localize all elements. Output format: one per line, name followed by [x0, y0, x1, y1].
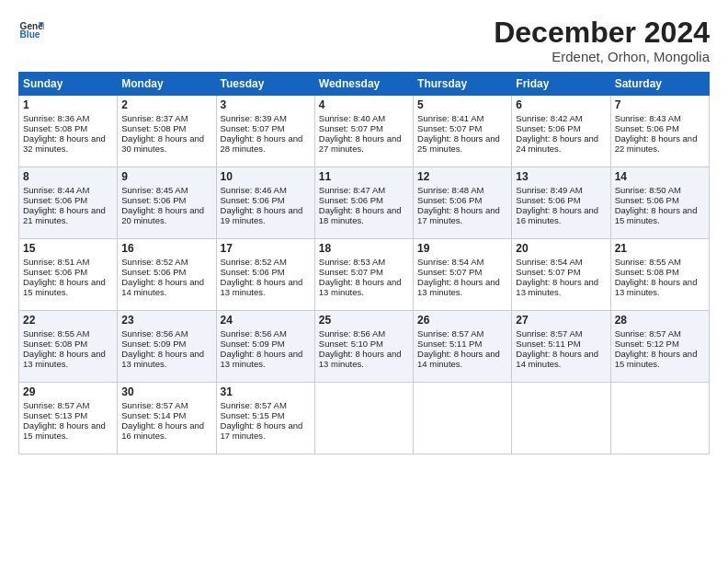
- daylight-text: Daylight: 8 hours and 14 minutes.: [417, 349, 500, 369]
- sunset-text: Sunset: 5:09 PM: [121, 339, 186, 349]
- sunset-text: Sunset: 5:06 PM: [516, 195, 580, 205]
- col-friday: Friday: [512, 73, 610, 96]
- sunrise-text: Sunrise: 8:57 AM: [23, 400, 89, 410]
- table-row: 23Sunrise: 8:56 AMSunset: 5:09 PMDayligh…: [118, 311, 216, 383]
- sunrise-text: Sunrise: 8:57 AM: [221, 400, 287, 410]
- day-number: 13: [516, 170, 606, 183]
- daylight-text: Daylight: 8 hours and 14 minutes.: [121, 277, 204, 297]
- day-number: 9: [121, 170, 211, 183]
- daylight-text: Daylight: 8 hours and 16 minutes.: [121, 420, 204, 441]
- table-row: 8Sunrise: 8:44 AMSunset: 5:06 PMDaylight…: [19, 167, 118, 239]
- sunset-text: Sunset: 5:07 PM: [319, 267, 383, 277]
- sunset-text: Sunset: 5:10 PM: [319, 339, 383, 349]
- daylight-text: Daylight: 8 hours and 13 minutes.: [417, 277, 500, 297]
- sunset-text: Sunset: 5:15 PM: [221, 410, 285, 420]
- daylight-text: Daylight: 8 hours and 17 minutes.: [417, 205, 500, 225]
- daylight-text: Daylight: 8 hours and 17 minutes.: [221, 420, 303, 441]
- sunrise-text: Sunrise: 8:56 AM: [319, 328, 385, 339]
- sunset-text: Sunset: 5:06 PM: [319, 195, 383, 205]
- table-row: 12Sunrise: 8:48 AMSunset: 5:06 PMDayligh…: [414, 167, 512, 239]
- daylight-text: Daylight: 8 hours and 18 minutes.: [319, 205, 402, 225]
- daylight-text: Daylight: 8 hours and 15 minutes.: [615, 205, 698, 225]
- day-number: 1: [23, 98, 113, 111]
- col-monday: Monday: [118, 73, 216, 96]
- sunset-text: Sunset: 5:06 PM: [516, 123, 580, 133]
- sunset-text: Sunset: 5:06 PM: [221, 195, 285, 205]
- sunset-text: Sunset: 5:07 PM: [516, 267, 580, 277]
- table-row: 19Sunrise: 8:54 AMSunset: 5:07 PMDayligh…: [414, 239, 512, 311]
- sunrise-text: Sunrise: 8:37 AM: [121, 113, 188, 123]
- day-number: 5: [417, 98, 507, 111]
- logo-icon: General Blue: [18, 17, 44, 42]
- sunrise-text: Sunrise: 8:54 AM: [417, 257, 483, 267]
- sunset-text: Sunset: 5:06 PM: [615, 123, 679, 133]
- daylight-text: Daylight: 8 hours and 28 minutes.: [221, 133, 303, 154]
- table-row: [512, 383, 610, 454]
- logo: General Blue: [18, 17, 44, 42]
- day-number: 30: [121, 385, 211, 398]
- table-row: 30Sunrise: 8:57 AMSunset: 5:14 PMDayligh…: [118, 383, 216, 454]
- table-row: 21Sunrise: 8:55 AMSunset: 5:08 PMDayligh…: [610, 239, 709, 311]
- day-number: 19: [417, 242, 507, 255]
- day-number: 11: [319, 170, 409, 183]
- sunrise-text: Sunrise: 8:42 AM: [516, 113, 582, 123]
- day-number: 20: [516, 242, 606, 255]
- day-number: 27: [516, 314, 606, 327]
- week-row: 1Sunrise: 8:36 AMSunset: 5:08 PMDaylight…: [19, 96, 710, 167]
- day-number: 22: [23, 314, 113, 327]
- daylight-text: Daylight: 8 hours and 15 minutes.: [23, 420, 106, 441]
- sunset-text: Sunset: 5:12 PM: [615, 339, 679, 349]
- daylight-text: Daylight: 8 hours and 22 minutes.: [615, 133, 698, 154]
- sunset-text: Sunset: 5:13 PM: [23, 410, 87, 420]
- sunset-text: Sunset: 5:09 PM: [221, 339, 285, 349]
- sunrise-text: Sunrise: 8:36 AM: [23, 113, 89, 123]
- sunrise-text: Sunrise: 8:57 AM: [417, 328, 483, 339]
- day-number: 21: [615, 242, 705, 255]
- daylight-text: Daylight: 8 hours and 30 minutes.: [121, 133, 204, 154]
- table-row: [414, 383, 512, 454]
- sunrise-text: Sunrise: 8:39 AM: [221, 113, 287, 123]
- sunrise-text: Sunrise: 8:52 AM: [221, 257, 287, 267]
- sunrise-text: Sunrise: 8:56 AM: [221, 328, 287, 339]
- title-block: December 2024 Erdenet, Orhon, Mongolia: [494, 17, 710, 64]
- daylight-text: Daylight: 8 hours and 21 minutes.: [23, 205, 106, 225]
- calendar-table: Sunday Monday Tuesday Wednesday Thursday…: [18, 72, 710, 454]
- table-row: 24Sunrise: 8:56 AMSunset: 5:09 PMDayligh…: [216, 311, 314, 383]
- week-row: 29Sunrise: 8:57 AMSunset: 5:13 PMDayligh…: [19, 383, 710, 454]
- col-saturday: Saturday: [610, 73, 709, 96]
- sunset-text: Sunset: 5:06 PM: [121, 267, 186, 277]
- day-number: 4: [319, 98, 409, 111]
- day-number: 16: [121, 242, 211, 255]
- daylight-text: Daylight: 8 hours and 19 minutes.: [221, 205, 303, 225]
- daylight-text: Daylight: 8 hours and 13 minutes.: [121, 349, 204, 369]
- week-row: 15Sunrise: 8:51 AMSunset: 5:06 PMDayligh…: [19, 239, 710, 311]
- daylight-text: Daylight: 8 hours and 13 minutes.: [615, 277, 698, 297]
- sunrise-text: Sunrise: 8:53 AM: [319, 257, 385, 267]
- day-number: 18: [319, 242, 409, 255]
- daylight-text: Daylight: 8 hours and 13 minutes.: [221, 277, 303, 297]
- sunset-text: Sunset: 5:08 PM: [121, 123, 186, 133]
- daylight-text: Daylight: 8 hours and 14 minutes.: [516, 349, 598, 369]
- day-number: 24: [221, 314, 311, 327]
- sunset-text: Sunset: 5:07 PM: [221, 123, 285, 133]
- day-number: 31: [221, 385, 311, 398]
- table-row: 7Sunrise: 8:43 AMSunset: 5:06 PMDaylight…: [610, 96, 709, 167]
- day-number: 28: [615, 314, 705, 327]
- header-row: Sunday Monday Tuesday Wednesday Thursday…: [19, 73, 710, 96]
- day-number: 2: [121, 98, 211, 111]
- day-number: 15: [23, 242, 113, 255]
- sunrise-text: Sunrise: 8:57 AM: [121, 400, 188, 410]
- sunrise-text: Sunrise: 8:48 AM: [417, 185, 483, 195]
- sunset-text: Sunset: 5:08 PM: [615, 267, 679, 277]
- table-row: 26Sunrise: 8:57 AMSunset: 5:11 PMDayligh…: [414, 311, 512, 383]
- day-number: 12: [417, 170, 507, 183]
- day-number: 8: [23, 170, 113, 183]
- week-row: 8Sunrise: 8:44 AMSunset: 5:06 PMDaylight…: [19, 167, 710, 239]
- sunset-text: Sunset: 5:14 PM: [121, 410, 186, 420]
- day-number: 29: [23, 385, 113, 398]
- table-row: 2Sunrise: 8:37 AMSunset: 5:08 PMDaylight…: [118, 96, 216, 167]
- daylight-text: Daylight: 8 hours and 27 minutes.: [319, 133, 402, 154]
- day-number: 6: [516, 98, 606, 111]
- table-row: 3Sunrise: 8:39 AMSunset: 5:07 PMDaylight…: [216, 96, 314, 167]
- day-number: 23: [121, 314, 211, 327]
